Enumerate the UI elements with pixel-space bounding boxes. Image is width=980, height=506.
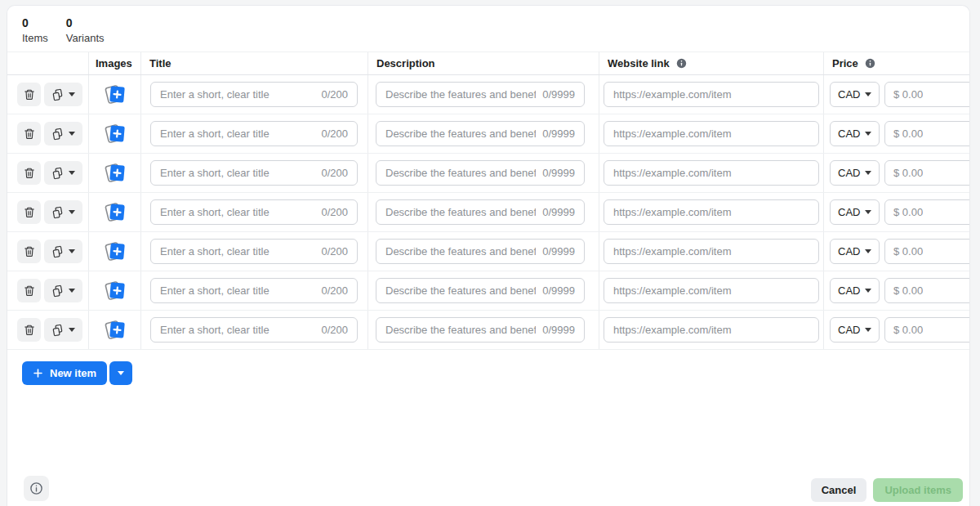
website-link-input[interactable]: https://example.com/item	[604, 82, 819, 107]
title-char-counter: 0/200	[314, 245, 348, 257]
duplicate-row-button[interactable]	[44, 279, 82, 302]
info-button[interactable]	[24, 476, 49, 501]
description-input[interactable]: Describe the features and benefits 0/999…	[376, 278, 585, 303]
trash-icon	[24, 324, 35, 336]
row-actions	[7, 311, 89, 349]
description-char-counter: 0/9999	[536, 88, 575, 101]
currency-select[interactable]: CAD	[830, 199, 880, 225]
table-header: Images Title Description Website link Pr…	[7, 51, 969, 75]
description-input[interactable]: Describe the features and benefits 0/999…	[376, 82, 585, 107]
price-placeholder: $ 0.00	[893, 128, 923, 140]
currency-select[interactable]: CAD	[830, 278, 880, 303]
add-images-button[interactable]	[103, 121, 127, 146]
website-link-placeholder: https://example.com/item	[613, 128, 732, 140]
header-price-label: Price	[832, 57, 858, 69]
duplicate-row-button[interactable]	[44, 318, 82, 342]
website-link-input[interactable]: https://example.com/item	[604, 160, 819, 186]
add-images-button[interactable]	[103, 317, 127, 343]
duplicate-row-button[interactable]	[44, 240, 82, 263]
add-images-button[interactable]	[103, 160, 127, 186]
delete-row-button[interactable]	[17, 318, 41, 342]
price-input[interactable]: $ 0.00	[884, 317, 970, 343]
price-input[interactable]: $ 0.00	[884, 239, 970, 264]
copy-icon	[51, 245, 64, 258]
add-images-button[interactable]	[103, 82, 127, 107]
title-input[interactable]: Enter a short, clear title 0/200	[150, 121, 358, 146]
duplicate-row-button[interactable]	[44, 122, 82, 146]
cancel-button[interactable]: Cancel	[811, 478, 867, 502]
duplicate-row-button[interactable]	[44, 161, 82, 185]
duplicate-row-button[interactable]	[44, 83, 82, 106]
header-actions	[7, 52, 89, 74]
title-input[interactable]: Enter a short, clear title 0/200	[150, 239, 358, 264]
description-input[interactable]: Describe the features and benefits 0/999…	[376, 199, 585, 225]
price-input[interactable]: $ 0.00	[884, 199, 970, 225]
add-images-icon	[103, 317, 127, 343]
price-input[interactable]: $ 0.00	[884, 278, 970, 303]
delete-row-button[interactable]	[17, 122, 41, 146]
currency-select[interactable]: CAD	[830, 82, 880, 107]
description-input[interactable]: Describe the features and benefits 0/999…	[376, 160, 585, 186]
delete-row-button[interactable]	[17, 200, 41, 224]
upload-items-button[interactable]: Upload items	[873, 478, 963, 502]
description-placeholder: Describe the features and benefits	[385, 206, 536, 218]
table-row: Enter a short, clear title 0/200 Describ…	[7, 154, 969, 193]
description-input[interactable]: Describe the features and benefits 0/999…	[376, 317, 585, 343]
currency-select[interactable]: CAD	[830, 121, 880, 146]
title-cell: Enter a short, clear title 0/200	[141, 271, 368, 310]
new-item-label: New item	[50, 367, 96, 379]
description-input[interactable]: Describe the features and benefits 0/999…	[376, 121, 585, 146]
new-item-dropdown-button[interactable]	[109, 361, 132, 385]
website-link-placeholder: https://example.com/item	[613, 206, 732, 218]
title-input[interactable]: Enter a short, clear title 0/200	[150, 160, 358, 186]
images-cell	[89, 193, 141, 231]
title-placeholder: Enter a short, clear title	[160, 284, 270, 297]
table-row: Enter a short, clear title 0/200 Describ…	[7, 271, 969, 311]
info-icon[interactable]	[865, 58, 875, 69]
delete-row-button[interactable]	[17, 161, 41, 185]
title-input[interactable]: Enter a short, clear title 0/200	[150, 317, 358, 343]
info-icon	[29, 481, 43, 495]
row-actions	[7, 193, 89, 231]
images-cell	[89, 311, 141, 349]
description-input[interactable]: Describe the features and benefits 0/999…	[376, 239, 585, 264]
description-char-counter: 0/9999	[536, 128, 575, 140]
duplicate-row-button[interactable]	[44, 200, 82, 224]
add-images-icon	[103, 121, 127, 146]
price-input[interactable]: $ 0.00	[884, 160, 970, 186]
title-input[interactable]: Enter a short, clear title 0/200	[150, 199, 358, 225]
images-cell	[89, 114, 141, 153]
website-link-input[interactable]: https://example.com/item	[604, 317, 819, 343]
website-link-cell: https://example.com/item	[599, 271, 824, 310]
delete-row-button[interactable]	[17, 279, 41, 302]
variants-count: 0	[66, 16, 105, 29]
add-images-button[interactable]	[103, 278, 127, 303]
price-input[interactable]: $ 0.00	[884, 82, 970, 107]
website-link-input[interactable]: https://example.com/item	[604, 278, 819, 303]
currency-select[interactable]: CAD	[830, 160, 880, 186]
currency-select[interactable]: CAD	[830, 317, 880, 343]
delete-row-button[interactable]	[17, 83, 41, 106]
caret-down-icon	[865, 210, 871, 214]
website-link-input[interactable]: https://example.com/item	[604, 199, 819, 225]
website-link-input[interactable]: https://example.com/item	[604, 121, 819, 146]
website-link-cell: https://example.com/item	[599, 154, 824, 192]
info-icon[interactable]	[676, 58, 687, 69]
delete-row-button[interactable]	[17, 240, 41, 263]
variants-label: Variants	[66, 32, 105, 44]
price-cell: CAD $ 0.00	[824, 114, 969, 153]
trash-icon	[24, 245, 35, 257]
price-input[interactable]: $ 0.00	[884, 121, 970, 146]
new-item-button[interactable]: New item	[22, 361, 107, 385]
website-link-input[interactable]: https://example.com/item	[604, 239, 819, 264]
currency-value: CAD	[838, 88, 860, 101]
bulk-item-upload-card: 0 Items 0 Variants Images Title Descript…	[7, 5, 970, 506]
title-char-counter: 0/200	[314, 167, 348, 179]
add-images-button[interactable]	[103, 199, 127, 225]
caret-down-icon	[69, 171, 75, 175]
currency-select[interactable]: CAD	[830, 239, 880, 264]
add-images-button[interactable]	[103, 239, 127, 264]
title-input[interactable]: Enter a short, clear title 0/200	[150, 82, 358, 107]
title-char-counter: 0/200	[314, 88, 348, 101]
title-input[interactable]: Enter a short, clear title 0/200	[150, 278, 358, 303]
